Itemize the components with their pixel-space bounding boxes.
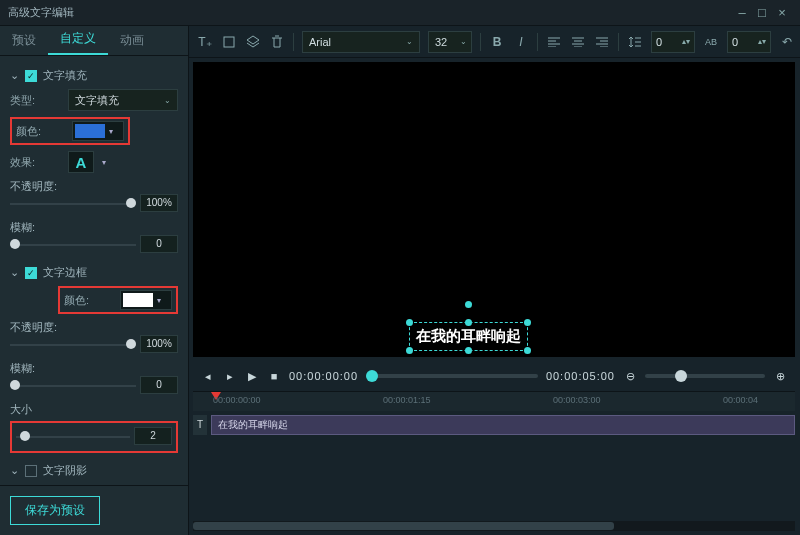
line-spacing-icon (627, 34, 643, 50)
border-size-label: 大小 (10, 402, 178, 417)
border-size-highlight: 2 (10, 421, 178, 453)
tab-custom[interactable]: 自定义 (48, 24, 108, 55)
border-checkbox[interactable]: ✓ (25, 267, 37, 279)
border-blur-label: 模糊: (10, 361, 178, 376)
caret-down-icon: ▾ (102, 158, 106, 167)
timeline-scrollbar[interactable] (193, 521, 795, 531)
play-button[interactable]: ▶ (245, 369, 259, 383)
fill-checkbox[interactable]: ✓ (25, 70, 37, 82)
type-label: 类型: (10, 93, 60, 108)
section-border-header[interactable]: ⌄ ✓ 文字边框 (10, 265, 178, 280)
char-spacing-icon: AB (703, 34, 719, 50)
minimize-button[interactable]: – (732, 5, 752, 20)
section-shadow-header[interactable]: ⌄ ✓ 文字阴影 (10, 463, 178, 478)
zoom-slider[interactable] (645, 374, 765, 378)
current-time: 00:00:00:00 (289, 370, 358, 382)
caret-down-icon: ⌄ (164, 96, 171, 105)
svg-rect-0 (224, 37, 234, 47)
border-size-slider[interactable]: 2 (16, 427, 172, 447)
fill-color-highlight: 颜色: ▾ (10, 117, 130, 145)
timeline-ruler[interactable]: 00:00:00:00 00:00:01:15 00:00:03:00 00:0… (193, 391, 795, 411)
shadow-checkbox[interactable]: ✓ (25, 465, 37, 477)
font-size-select[interactable]: 32 ⌄ (428, 31, 472, 53)
layers-icon[interactable] (245, 34, 261, 50)
align-center-icon[interactable] (570, 34, 586, 50)
prev-frame-button[interactable]: ◂ (201, 369, 215, 383)
effect-a-icon: A (76, 154, 87, 171)
title-bar: 高级文字编辑 – □ × (0, 0, 800, 26)
duration-time: 00:00:05:00 (546, 370, 615, 382)
track-header-text[interactable]: T (193, 415, 207, 435)
border-color-highlight: 颜色: ▾ (58, 286, 178, 314)
caret-down-icon: ⌄ (460, 37, 467, 46)
text-object[interactable]: 在我的耳畔响起 (409, 322, 528, 351)
bold-button[interactable]: B (489, 34, 505, 50)
timeline-body: T 在我的耳畔响起 (189, 411, 800, 521)
border-opacity-value[interactable]: 100% (140, 335, 178, 353)
text-clip[interactable]: 在我的耳畔响起 (211, 415, 795, 435)
zoom-out-button[interactable]: ⊖ (623, 369, 637, 383)
border-blur-value[interactable]: 0 (140, 376, 178, 394)
effect-picker[interactable]: A (68, 151, 94, 173)
chevron-down-icon: ⌄ (10, 69, 19, 82)
undo-icon[interactable]: ↶ (779, 34, 795, 50)
fill-opacity-value[interactable]: 100% (140, 194, 178, 212)
transform-icon[interactable] (221, 34, 237, 50)
type-select[interactable]: 文字填充 ⌄ (68, 89, 178, 111)
preview-canvas[interactable]: 在我的耳畔响起 (193, 62, 795, 357)
line-spacing-input[interactable]: 0▴▾ (651, 31, 695, 53)
border-title: 文字边框 (43, 265, 87, 280)
border-opacity-slider[interactable]: 100% (10, 335, 178, 355)
font-select[interactable]: Arial ⌄ (302, 31, 420, 53)
tab-preset[interactable]: 预设 (0, 26, 48, 55)
border-blur-slider[interactable]: 0 (10, 376, 178, 396)
align-right-icon[interactable] (594, 34, 610, 50)
sidebar-tabs: 预设 自定义 动画 (0, 26, 188, 56)
tab-animation[interactable]: 动画 (108, 26, 156, 55)
chevron-down-icon: ⌄ (10, 464, 19, 477)
text-toolbar: T₊ Arial ⌄ 32 ⌄ B I 0▴▾ AB 0▴▾ ↶ (189, 26, 800, 58)
add-text-icon[interactable]: T₊ (197, 34, 213, 50)
next-frame-button[interactable]: ▸ (223, 369, 237, 383)
fill-blur-label: 模糊: (10, 220, 178, 235)
close-button[interactable]: × (772, 5, 792, 20)
fill-opacity-label: 不透明度: (10, 179, 178, 194)
effect-label: 效果: (10, 155, 60, 170)
window-title: 高级文字编辑 (8, 5, 74, 20)
border-opacity-label: 不透明度: (10, 320, 178, 335)
align-left-icon[interactable] (546, 34, 562, 50)
border-color-label: 颜色: (64, 293, 114, 308)
save-preset-button[interactable]: 保存为预设 (10, 496, 100, 525)
fill-blur-slider[interactable]: 0 (10, 235, 178, 255)
fill-blur-value[interactable]: 0 (140, 235, 178, 253)
fill-color-label: 颜色: (16, 124, 66, 139)
char-spacing-input[interactable]: 0▴▾ (727, 31, 771, 53)
stop-button[interactable]: ■ (267, 369, 281, 383)
italic-button[interactable]: I (513, 34, 529, 50)
border-color-swatch (123, 293, 153, 307)
maximize-button[interactable]: □ (752, 5, 772, 20)
fill-color-swatch (75, 124, 105, 138)
fill-color-picker[interactable]: ▾ (72, 121, 124, 141)
fill-opacity-slider[interactable]: 100% (10, 194, 178, 214)
caret-down-icon: ⌄ (406, 37, 413, 46)
zoom-in-button[interactable]: ⊕ (773, 369, 787, 383)
progress-slider[interactable] (366, 374, 538, 378)
border-color-picker[interactable]: ▾ (120, 290, 172, 310)
sidebar: 预设 自定义 动画 ⌄ ✓ 文字填充 类型: 文字填充 ⌄ 颜色: ▾ (0, 26, 189, 535)
caret-down-icon: ▾ (109, 127, 113, 136)
caret-down-icon: ▾ (157, 296, 161, 305)
chevron-down-icon: ⌄ (10, 266, 19, 279)
section-fill-header[interactable]: ⌄ ✓ 文字填充 (10, 68, 178, 83)
border-size-value[interactable]: 2 (134, 427, 172, 445)
shadow-title: 文字阴影 (43, 463, 87, 478)
delete-icon[interactable] (269, 34, 285, 50)
fill-title: 文字填充 (43, 68, 87, 83)
transport-bar: ◂ ▸ ▶ ■ 00:00:00:00 00:00:05:00 ⊖ ⊕ (193, 361, 795, 391)
